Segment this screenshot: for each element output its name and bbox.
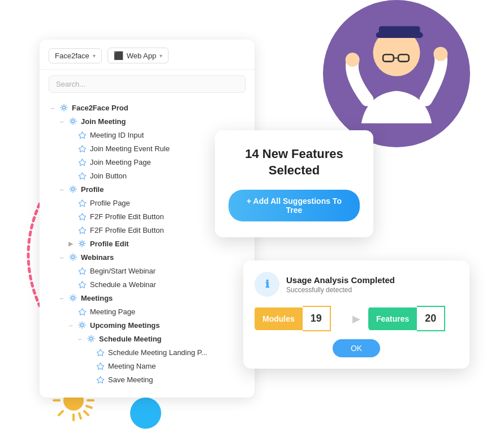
svg-line-20 bbox=[79, 413, 81, 418]
tree-node-label: Schedule a Webinar bbox=[90, 280, 156, 289]
svg-point-28 bbox=[90, 338, 93, 340]
modules-label: Modules bbox=[255, 307, 303, 330]
tree-item[interactable]: Save Meeting bbox=[40, 373, 255, 386]
dropdown2-label: Web App bbox=[127, 52, 157, 60]
tree-node-label: Meetings bbox=[81, 294, 113, 302]
gear-icon bbox=[68, 293, 78, 303]
svg-point-21 bbox=[63, 106, 66, 109]
dropdown1-chevron: ▾ bbox=[93, 53, 96, 59]
tree-toggle[interactable]: ▶ bbox=[67, 240, 75, 247]
feature-icon bbox=[77, 143, 87, 153]
modules-value: 19 bbox=[303, 306, 331, 331]
tree-toggle[interactable]: – bbox=[67, 322, 75, 328]
add-suggestions-button[interactable]: + Add All Suggestions To Tree bbox=[229, 190, 360, 221]
webapp-dropdown[interactable]: ⬛ Web App ▾ bbox=[107, 48, 169, 63]
feature-icon bbox=[77, 211, 87, 221]
dropdown1-label: Face2face bbox=[55, 52, 89, 60]
features-value: 20 bbox=[417, 306, 445, 331]
tree-header: Face2face ▾ ⬛ Web App ▾ bbox=[40, 40, 255, 70]
face2face-dropdown[interactable]: Face2face ▾ bbox=[49, 48, 102, 63]
tree-toggle[interactable]: – bbox=[58, 254, 66, 260]
gear-icon bbox=[68, 184, 78, 194]
svg-point-26 bbox=[72, 297, 75, 300]
tree-toggle[interactable]: – bbox=[76, 335, 84, 342]
tree-node-label: Join Meeting Event Rule bbox=[90, 144, 170, 153]
usage-card: ℹ Usage Analysis Completed Successfully … bbox=[243, 260, 469, 369]
tree-node-label: F2F Profile Edit Button bbox=[90, 226, 164, 234]
tree-item[interactable]: Meeting Name bbox=[40, 359, 255, 373]
tree-node-label: Begin/Start Webinar bbox=[90, 267, 156, 275]
tree-item[interactable]: Schedule a Webinar bbox=[40, 277, 255, 291]
svg-point-7 bbox=[433, 47, 447, 61]
tree-node-label: Join Button bbox=[90, 172, 127, 180]
tree-toggle[interactable]: – bbox=[58, 118, 66, 125]
feature-icon bbox=[77, 198, 87, 208]
svg-line-18 bbox=[87, 406, 92, 408]
usage-subtitle: Successfully detected bbox=[286, 286, 395, 294]
svg-rect-2 bbox=[379, 26, 420, 35]
usage-icon-circle: ℹ bbox=[255, 272, 279, 297]
tree-item[interactable]: Meeting Page bbox=[40, 305, 255, 318]
svg-point-6 bbox=[346, 53, 360, 67]
dropdown2-chevron: ▾ bbox=[160, 53, 162, 59]
svg-point-27 bbox=[81, 324, 84, 327]
monitor-icon: ⬛ bbox=[114, 51, 123, 60]
tree-item[interactable]: –Schedule Meeting bbox=[40, 332, 255, 345]
tree-node-label: Profile Page bbox=[90, 199, 130, 207]
feature-subtitle: Selected bbox=[269, 163, 320, 177]
tree-item[interactable]: –Meetings bbox=[40, 291, 255, 305]
features-stat: Features 20 bbox=[368, 306, 458, 331]
svg-point-25 bbox=[72, 256, 75, 259]
tree-item[interactable]: –Face2Face Prod bbox=[40, 101, 255, 114]
svg-point-22 bbox=[72, 120, 75, 123]
tree-toggle[interactable]: – bbox=[58, 294, 66, 301]
feature-card-title: 14 New Features Selected bbox=[229, 146, 360, 178]
tree-item[interactable]: –Upcoming Meetings bbox=[40, 318, 255, 332]
tree-item[interactable]: Begin/Start Webinar bbox=[40, 264, 255, 277]
tree-toggle[interactable]: – bbox=[58, 186, 66, 193]
tree-item[interactable]: –Join Meeting bbox=[40, 114, 255, 128]
tree-item[interactable]: ▶Profile Edit bbox=[40, 237, 255, 250]
ok-button[interactable]: OK bbox=[333, 339, 380, 357]
feature-card: 14 New Features Selected + Add All Sugge… bbox=[215, 130, 373, 237]
feature-icon bbox=[95, 361, 105, 371]
feature-icon bbox=[77, 130, 87, 140]
usage-text: Usage Analysis Completed Successfully de… bbox=[286, 275, 395, 294]
tree-item[interactable]: Schedule Meeting Landing P... bbox=[40, 345, 255, 359]
feature-count: 14 New Features bbox=[245, 147, 343, 161]
tree-node-label: Join Meeting bbox=[81, 117, 126, 126]
gear-icon bbox=[68, 252, 78, 262]
tree-node-label: F2F Profile Edit Button bbox=[90, 212, 164, 221]
usage-header: ℹ Usage Analysis Completed Successfully … bbox=[255, 272, 458, 297]
info-icon: ℹ bbox=[265, 278, 269, 291]
gear-icon bbox=[77, 320, 87, 330]
tree-node-label: Face2Face Prod bbox=[72, 104, 128, 112]
feature-icon bbox=[77, 225, 87, 235]
modules-stat: Modules 19 bbox=[255, 306, 344, 331]
feature-icon bbox=[77, 306, 87, 317]
feature-icon bbox=[77, 266, 87, 276]
tree-item[interactable]: –Webinars bbox=[40, 250, 255, 264]
tree-node-label: Upcoming Meetings bbox=[90, 321, 160, 330]
feature-icon bbox=[95, 374, 105, 385]
gear-icon bbox=[68, 116, 78, 126]
tree-node-label: Meeting ID Input bbox=[90, 131, 144, 139]
gear-icon bbox=[59, 102, 69, 113]
svg-point-23 bbox=[72, 188, 75, 191]
tree-node-label: Profile bbox=[81, 185, 104, 194]
gear-icon bbox=[77, 238, 87, 249]
svg-point-24 bbox=[81, 242, 84, 245]
gear-icon bbox=[86, 334, 96, 344]
deco-circle-blue bbox=[130, 398, 161, 429]
search-input[interactable]: Search... bbox=[49, 75, 245, 93]
stat-arrow-icon: ▶ bbox=[350, 313, 363, 325]
tree-node-label: Meeting Name bbox=[108, 362, 156, 370]
features-label: Features bbox=[368, 307, 417, 330]
tree-node-label: Schedule Meeting Landing P... bbox=[108, 348, 207, 357]
tree-node-label: Schedule Meeting bbox=[99, 335, 162, 343]
svg-line-14 bbox=[84, 411, 88, 415]
feature-icon bbox=[95, 347, 105, 357]
svg-line-16 bbox=[59, 411, 63, 415]
tree-toggle[interactable]: – bbox=[49, 104, 57, 111]
feature-icon bbox=[77, 279, 87, 289]
